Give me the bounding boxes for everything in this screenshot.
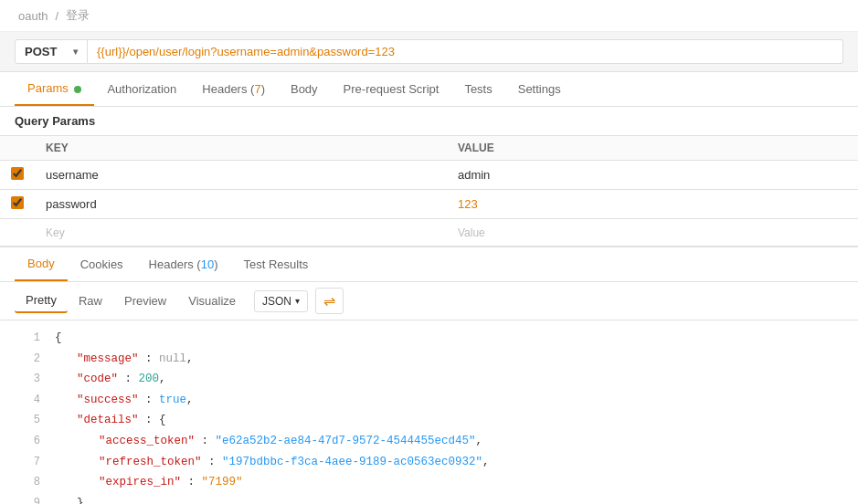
json-line-3: 3 "code" : 200, (15, 369, 843, 390)
col-value-header: VALUE (447, 136, 858, 161)
row1-key: username (35, 161, 447, 190)
params-table: KEY VALUE username admin passw (0, 135, 858, 247)
json-line-9: 9 } (15, 493, 843, 504)
json-line-1: 1 { (15, 328, 843, 349)
response-tab-headers[interactable]: Headers (10) (136, 248, 231, 280)
response-tab-body[interactable]: Body (15, 247, 68, 281)
tab-pre-request[interactable]: Pre-request Script (331, 73, 452, 105)
col-checkbox (0, 136, 35, 161)
row2-checkbox-cell (0, 190, 35, 219)
row3-value: Value (447, 219, 858, 247)
response-tab-cookies[interactable]: Cookies (68, 248, 136, 280)
breadcrumb-separator: / (56, 9, 59, 23)
format-pretty[interactable]: Pretty (15, 289, 68, 313)
response-tabs: Body Cookies Headers (10) Test Results (0, 247, 858, 282)
tab-tests[interactable]: Tests (451, 73, 504, 105)
method-label: POST (25, 45, 57, 58)
json-line-5: 5 "details" : { (15, 410, 843, 431)
response-section: Body Cookies Headers (10) Test Results P… (0, 247, 858, 504)
query-params-header: Query Params (0, 107, 858, 135)
wrap-button[interactable]: ⇌ (315, 288, 344, 314)
json-viewer: 1 { 2 "message" : null, 3 "code" : 200, … (0, 320, 858, 504)
json-line-8: 8 "expires_in" : "7199" (15, 472, 843, 493)
response-toolbar: Pretty Raw Preview Visualize JSON ▾ ⇌ (0, 282, 858, 320)
wrap-icon: ⇌ (323, 292, 335, 310)
row2-value: 123 (447, 190, 858, 219)
method-select[interactable]: POST ▾ (15, 39, 88, 64)
tab-settings[interactable]: Settings (505, 73, 574, 105)
row3-key: Key (35, 219, 447, 247)
tab-authorization[interactable]: Authorization (94, 73, 189, 105)
json-line-4: 4 "success" : true, (15, 390, 843, 411)
table-row: username admin (0, 161, 858, 190)
table-row: password 123 (0, 190, 858, 219)
breadcrumb-item-login[interactable]: 登录 (66, 7, 90, 24)
tab-body[interactable]: Body (278, 73, 331, 105)
type-select[interactable]: JSON ▾ (254, 290, 308, 312)
row2-checkbox[interactable] (11, 196, 24, 209)
row3-checkbox-cell (0, 219, 35, 247)
tab-headers[interactable]: Headers (7) (189, 73, 278, 105)
format-visualize[interactable]: Visualize (177, 289, 247, 312)
format-raw[interactable]: Raw (68, 289, 113, 312)
row1-checkbox-cell (0, 161, 35, 190)
col-key-header: KEY (35, 136, 447, 161)
url-bar: POST ▾ (0, 32, 858, 72)
json-line-6: 6 "access_token" : "e62a52b2-ae84-47d7-9… (15, 431, 843, 452)
format-preview[interactable]: Preview (113, 289, 177, 312)
breadcrumb-item-oauth[interactable]: oauth (18, 9, 48, 23)
method-chevron-icon: ▾ (73, 47, 78, 57)
row2-key: password (35, 190, 447, 219)
tab-params[interactable]: Params (15, 72, 94, 106)
table-row: Key Value (0, 219, 858, 247)
url-input[interactable] (88, 39, 843, 64)
type-chevron-icon: ▾ (295, 296, 300, 306)
json-line-2: 2 "message" : null, (15, 349, 843, 370)
params-dot (74, 86, 81, 93)
row1-value: admin (447, 161, 858, 190)
row1-checkbox[interactable] (11, 167, 24, 180)
breadcrumb: oauth / 登录 (0, 0, 858, 32)
request-tabs: Params Authorization Headers (7) Body Pr… (0, 72, 858, 107)
json-line-7: 7 "refresh_token" : "197bdbbc-f3ca-4aee-… (15, 452, 843, 473)
response-tab-test-results[interactable]: Test Results (231, 248, 322, 280)
